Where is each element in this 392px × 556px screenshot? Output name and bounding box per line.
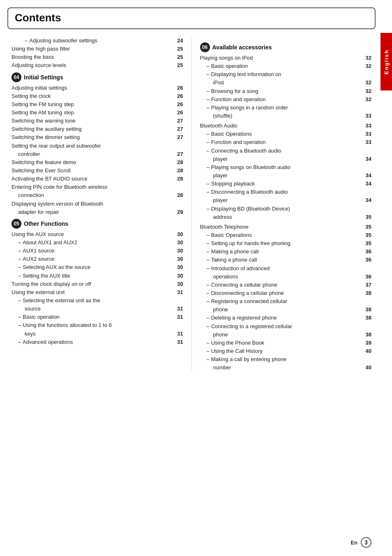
side-tab-label: English <box>383 49 390 74</box>
list-item: controller 27 <box>12 150 183 158</box>
footer-lang: En <box>350 540 357 546</box>
list-item: Using the AUX source 30 <box>12 230 183 239</box>
page-header: Contents <box>7 7 376 29</box>
list-item: – Making a call by entering phone <box>200 355 372 364</box>
list-item: Setting the rear output and subwoofer <box>12 142 183 150</box>
list-item: number 40 <box>200 364 372 372</box>
list-item: – Adjusting subwoofer settings 24 <box>12 37 183 45</box>
list-item: – Basic operation 32 <box>200 62 372 70</box>
list-item: Switching the auxiliary setting 27 <box>12 125 183 133</box>
page-title: Contents <box>15 12 61 24</box>
section-05-header: 05 Other Functions <box>12 219 183 229</box>
list-item: Bluetooth Telephone 35 <box>200 223 372 231</box>
list-item: – Advanced operations 31 <box>12 338 183 346</box>
list-item: phone 38 <box>200 306 372 314</box>
list-item: – Basic Operations 33 <box>200 130 372 138</box>
section-05-num: 05 <box>12 219 21 229</box>
list-item: Switching the feature demo 28 <box>12 158 183 167</box>
list-item: – Selecting AUX as the source 30 <box>12 263 183 271</box>
list-item: Turning the clock display on or off 30 <box>12 280 183 288</box>
list-item: – Stopping playback 34 <box>200 180 372 188</box>
section-05-title: Other Functions <box>24 220 68 227</box>
list-item: Displaying system version of Bluetooth <box>12 200 183 208</box>
list-item: – Connecting a cellular phone 37 <box>200 281 372 289</box>
section-06-num: 06 <box>200 42 210 52</box>
list-item: – Introduction of advanced <box>200 264 372 273</box>
list-item: – Registering a connected cellular <box>200 297 372 306</box>
list-item: – Function and operation 33 <box>200 138 372 146</box>
list-item: – Taking a phone call 36 <box>200 256 372 264</box>
list-item: Setting the FM tuning step 26 <box>12 100 183 109</box>
list-item: source 31 <box>12 305 183 313</box>
list-item: – Disconnecting a Bluetooth audio <box>200 188 372 196</box>
list-item: – Basic operation 31 <box>12 313 183 321</box>
footer-page: 3 <box>361 537 371 548</box>
section-06-title: Available accessories <box>212 44 272 51</box>
list-item: – Using the Call History 40 <box>200 347 372 355</box>
list-item: – Displaying BD (Bluetooth Device) <box>200 205 372 213</box>
list-item: – Playing songs in a random order <box>200 104 372 112</box>
list-item: Bluetooth Audio 33 <box>200 122 372 130</box>
list-item: Switching the Ever Scroll 28 <box>12 167 183 175</box>
list-item: – Setting the AUX title 30 <box>12 272 183 280</box>
list-item: iPod 32 <box>200 79 372 87</box>
list-item: – About AUX1 and AUX2 30 <box>12 239 183 247</box>
list-item: – Making a phone call 36 <box>200 248 372 256</box>
list-item: address 35 <box>200 213 372 221</box>
list-item: Entering PIN code for Bluetooth wireless <box>12 183 183 191</box>
list-item: Setting the AM tuning step 26 <box>12 109 183 117</box>
list-item: – Disconnecting a cellular phone 38 <box>200 289 372 297</box>
list-item: – Function and operation 32 <box>200 95 372 104</box>
list-item: (shuffle) 33 <box>200 112 372 120</box>
section-04-num: 04 <box>12 72 21 82</box>
side-tab: English <box>380 33 392 90</box>
list-item: connection 28 <box>12 191 183 199</box>
list-item: – Displaying text information on <box>200 70 372 79</box>
left-column: – Adjusting subwoofer settings 24 Using … <box>12 37 191 372</box>
list-item: adapter for repair 29 <box>12 208 183 216</box>
list-item: player 34 <box>200 171 372 180</box>
list-item: keys 31 <box>12 330 183 338</box>
list-item: Using the high pass filter 25 <box>12 45 183 53</box>
list-item: Adjusting source levels 25 <box>12 61 183 70</box>
list-item: phone 38 <box>200 331 372 339</box>
list-item: – Browsing for a song 32 <box>200 87 372 95</box>
list-item: operations 36 <box>200 273 372 281</box>
list-item: player 34 <box>200 155 372 163</box>
list-item: – AUX1 source: 30 <box>12 247 183 255</box>
right-column: 06 Available accessories Playing songs o… <box>191 37 372 372</box>
list-item: Boosting the bass 25 <box>12 53 183 61</box>
main-content: – Adjusting subwoofer settings 24 Using … <box>7 37 376 372</box>
list-item: Switching the warning tone 27 <box>12 117 183 125</box>
list-item: – Playing songs on Bluetooth audio <box>200 163 372 171</box>
list-item: – Using the functions allocated to 1 to … <box>12 321 183 329</box>
section-04-header: 04 Initial Settings <box>12 72 183 82</box>
list-item: Switching the dimmer setting 27 <box>12 133 183 141</box>
list-item: Playing songs on iPod 32 <box>200 54 372 62</box>
section-04-title: Initial Settings <box>24 74 63 81</box>
list-item: – Connecting a Bluetooth audio <box>200 147 372 155</box>
page-footer: En 3 <box>350 537 371 548</box>
list-item: – Using the Phone Book 39 <box>200 339 372 347</box>
section-06-header: 06 Available accessories <box>200 42 372 52</box>
list-item: – Setting up for hands-free phoning 35 <box>200 239 372 248</box>
list-item: – Basic Operations 35 <box>200 231 372 239</box>
list-item: Activating the BT AUDIO source 28 <box>12 175 183 183</box>
list-item: player 34 <box>200 196 372 204</box>
list-item: – Connecting to a registered cellular <box>200 322 372 331</box>
list-item: – Selecting the external unit as the <box>12 297 183 305</box>
list-item: Setting the clock 26 <box>12 92 183 100</box>
list-item: – Deleting a registered phone 38 <box>200 314 372 322</box>
list-item: Using the external unit 31 <box>12 288 183 297</box>
list-item: – AUX2 source: 30 <box>12 255 183 263</box>
list-item: Adjusting initial settings 26 <box>12 84 183 92</box>
